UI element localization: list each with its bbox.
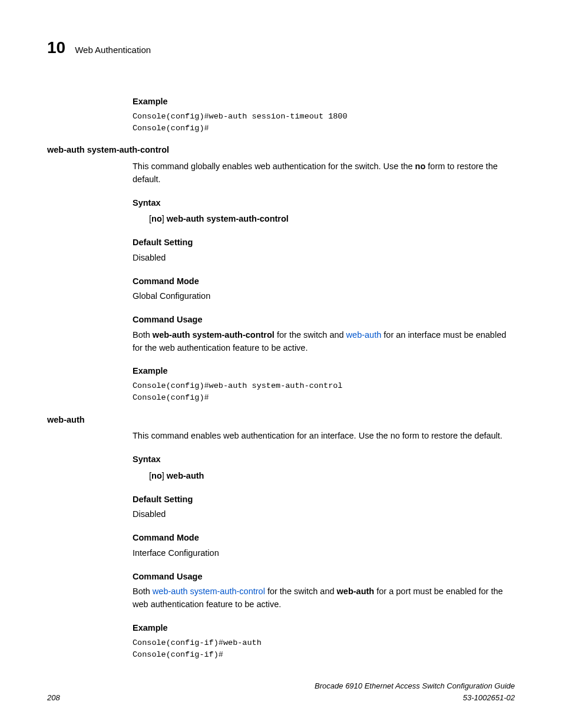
code-block: Console(config)#web-auth system-auth-con… <box>133 380 515 404</box>
header-title: Web Authentication <box>75 44 151 57</box>
link-web-auth[interactable]: web-auth <box>346 330 382 340</box>
syntax-line: [no] web-auth <box>149 470 515 483</box>
code-block: Console(config-if)#web-auth Console(conf… <box>133 637 515 661</box>
usage-heading: Command Usage <box>133 314 515 327</box>
doc-number: 53-1002651-02 <box>315 692 515 704</box>
bracket: ] <box>162 214 167 223</box>
example-heading: Example <box>133 622 515 635</box>
syntax-heading: Syntax <box>133 453 515 466</box>
example-heading: Example <box>133 95 515 108</box>
text: for the switch and <box>265 587 337 596</box>
text: Both <box>133 587 153 596</box>
bold-term: web-auth <box>337 587 375 596</box>
syntax-line: [no] web-auth system-auth-control <box>149 213 515 226</box>
usage-heading: Command Usage <box>133 571 515 584</box>
mode-heading: Command Mode <box>133 275 515 288</box>
command-name-left: web-auth <box>47 414 515 427</box>
footer-right: Brocade 6910 Ethernet Access Switch Conf… <box>315 680 515 703</box>
chapter-number: 10 <box>47 35 65 60</box>
page-header: 10 Web Authentication <box>47 35 515 60</box>
text: Both <box>133 330 153 340</box>
default-value: Disabled <box>133 508 515 521</box>
page-number: 208 <box>47 692 60 704</box>
text: for the switch and <box>275 330 346 340</box>
default-value: Disabled <box>133 252 515 265</box>
keyword-no: no <box>151 214 162 223</box>
usage-text: Both web-auth system-auth-control for th… <box>133 329 515 355</box>
mode-value: Global Configuration <box>133 290 515 303</box>
command-description: This command globally enables web authen… <box>133 160 515 186</box>
keyword-no: no <box>151 471 162 480</box>
section-example-1: Example Console(config)#web-auth session… <box>133 95 515 134</box>
command-description: This command enables web authentication … <box>133 430 515 443</box>
syntax-heading: Syntax <box>133 197 515 210</box>
bold-term: web-auth system-auth-control <box>153 330 275 340</box>
mode-heading: Command Mode <box>133 532 515 545</box>
command-1-body: This command globally enables web authen… <box>133 160 515 404</box>
mode-value: Interface Configuration <box>133 547 515 560</box>
usage-text: Both web-auth system-auth-control for th… <box>133 585 515 611</box>
link-web-auth-system[interactable]: web-auth system-auth-control <box>153 587 265 596</box>
example-heading: Example <box>133 365 515 378</box>
syntax-command: web-auth system-auth-control <box>167 214 289 223</box>
book-title: Brocade 6910 Ethernet Access Switch Conf… <box>315 680 515 692</box>
default-heading: Default Setting <box>133 236 515 249</box>
desc-text: This command globally enables web authen… <box>133 162 415 171</box>
bracket: ] <box>162 471 167 480</box>
page-footer: 208 Brocade 6910 Ethernet Access Switch … <box>47 680 515 703</box>
command-2-body: This command enables web authentication … <box>133 430 515 661</box>
keyword-no: no <box>415 162 426 171</box>
command-name-left: web-auth system-auth-control <box>47 144 515 157</box>
default-heading: Default Setting <box>133 493 515 506</box>
syntax-command: web-auth <box>167 471 204 480</box>
code-block: Console(config)#web-auth session-timeout… <box>133 111 515 135</box>
